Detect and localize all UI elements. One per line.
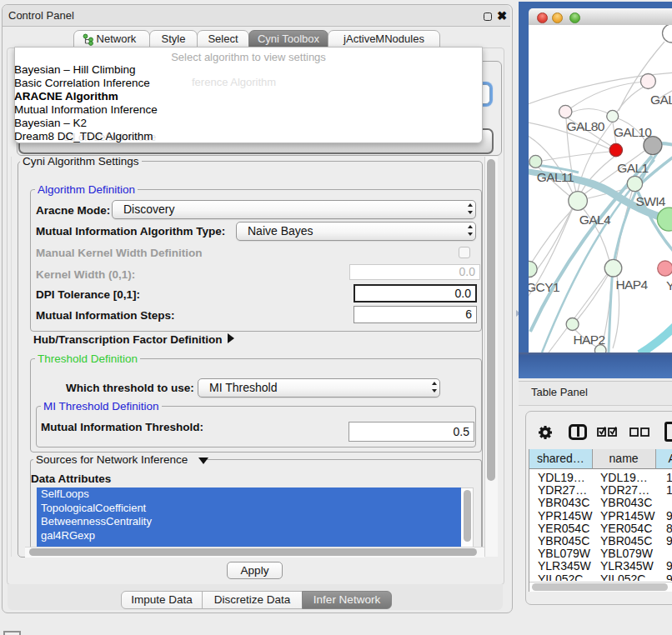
svg-text:GAL10: GAL10 [614,125,652,139]
svg-text:GAL80: GAL80 [567,119,605,133]
svg-text:GAL11: GAL11 [537,170,574,184]
svg-text:HAP2: HAP2 [574,332,605,347]
svg-text:GAL1: GAL1 [617,161,648,175]
svg-text:GCY1: GCY1 [529,280,559,294]
svg-text:Y: Y [666,278,672,292]
svg-text:GAL4: GAL4 [579,212,611,227]
svg-text:HAP4: HAP4 [615,278,648,292]
svg-text:GAL8: GAL8 [650,92,672,107]
svg-text:SWI4: SWI4 [635,194,665,208]
